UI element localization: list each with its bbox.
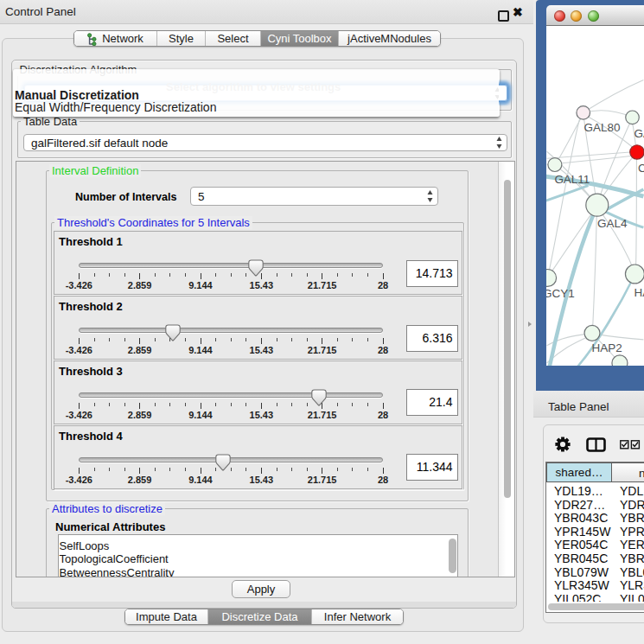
svg-text:GAL80: GAL80 bbox=[584, 121, 621, 134]
svg-text:GAL11: GAL11 bbox=[554, 173, 590, 186]
svg-text:GAL1: GAL1 bbox=[634, 127, 644, 140]
svg-text:GCY1: GCY1 bbox=[546, 287, 575, 300]
svg-text:HAP2: HAP2 bbox=[592, 341, 622, 354]
svg-text:GAL4: GAL4 bbox=[597, 217, 628, 230]
svg-text:HA: HA bbox=[634, 286, 644, 299]
svg-text:CR: CR bbox=[638, 162, 644, 175]
